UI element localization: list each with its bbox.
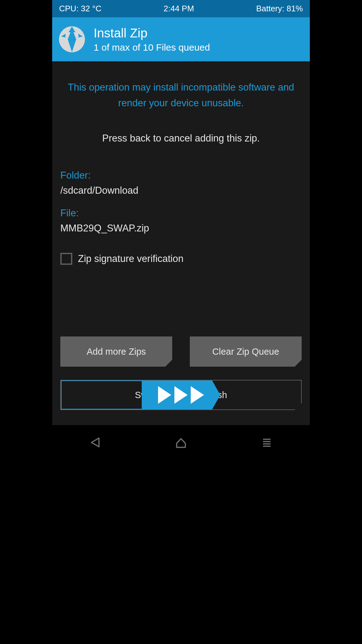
queue-status: 1 of max of 10 Files queued	[94, 42, 210, 53]
action-buttons: Add more Zips Clear Zip Queue	[60, 336, 302, 367]
checkbox-label: Zip signature verification	[78, 253, 184, 264]
clock: 2:44 PM	[163, 4, 194, 14]
signature-verification-checkbox[interactable]: Zip signature verification	[60, 253, 302, 265]
add-more-zips-button[interactable]: Add more Zips	[60, 336, 172, 367]
folder-path: /sdcard/Download	[60, 185, 302, 196]
cpu-temp: CPU: 32 °C	[59, 4, 101, 14]
file-label: File:	[60, 208, 302, 219]
instruction-text: Press back to cancel adding this zip.	[60, 133, 302, 144]
back-button[interactable]	[87, 434, 103, 451]
clear-queue-label: Clear Zip Queue	[212, 347, 279, 357]
header-text: Install Zip 1 of max of 10 Files queued	[94, 26, 210, 53]
main-content: This operation may install incompatible …	[52, 61, 310, 425]
folder-label: Folder:	[60, 170, 302, 181]
app-header: Install Zip 1 of max of 10 Files queued	[52, 17, 310, 61]
device-screen: CPU: 32 °C 2:44 PM Battery: 81% Install …	[52, 0, 310, 460]
page-title: Install Zip	[94, 26, 210, 40]
arrow-right-icon	[191, 386, 204, 404]
navigation-bar	[52, 425, 310, 460]
twrp-logo-icon	[58, 25, 86, 53]
checkbox-icon	[60, 253, 72, 265]
warning-text: This operation may install incompatible …	[60, 80, 302, 111]
file-info-section: Folder: /sdcard/Download File: MMB29Q_SW…	[60, 170, 302, 245]
menu-button[interactable]	[259, 434, 275, 451]
clear-zip-queue-button[interactable]: Clear Zip Queue	[190, 336, 302, 367]
swipe-confirm-slider[interactable]: Swipe to confirm Flash	[60, 380, 302, 410]
arrow-right-icon	[174, 386, 188, 404]
file-name: MMB29Q_SWAP.zip	[60, 223, 302, 234]
add-more-label: Add more Zips	[87, 347, 146, 357]
arrow-right-icon	[158, 386, 171, 404]
slider-handle[interactable]	[142, 380, 220, 409]
home-button[interactable]	[173, 434, 189, 451]
battery-status: Battery: 81%	[256, 4, 303, 14]
status-bar: CPU: 32 °C 2:44 PM Battery: 81%	[52, 0, 310, 17]
